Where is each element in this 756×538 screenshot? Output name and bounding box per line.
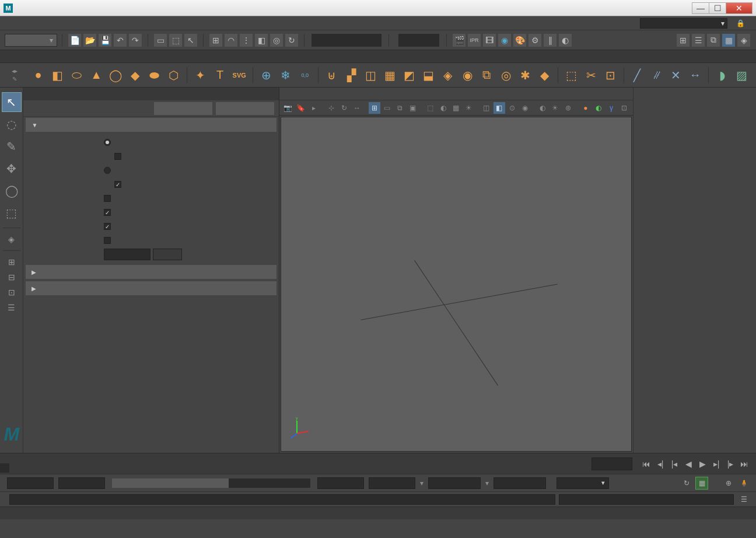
tool-help-button[interactable] [216, 102, 274, 115]
timeline[interactable]: ⏮ ◂| |◂ ◀ ▶ ▸| |▸ ⏭ [0, 453, 756, 474]
prefs-button[interactable]: 🧍 [737, 477, 750, 490]
highlight-near-check[interactable] [104, 223, 111, 230]
cylinder-icon[interactable]: ⬭ [69, 67, 85, 83]
script-editor-button[interactable]: ☰ [737, 493, 750, 506]
rotate-tool[interactable]: ◯ [2, 181, 22, 201]
set-key-button[interactable]: ⊕ [722, 477, 735, 490]
vp-grid-icon[interactable]: ⊞ [369, 102, 380, 114]
render-icon[interactable]: 🎬 [453, 34, 466, 47]
mode-select[interactable] [5, 34, 57, 47]
lock-icon[interactable]: 🔒 [731, 19, 750, 27]
layers-icon[interactable]: ◈ [737, 34, 750, 47]
active-surface-field[interactable] [312, 34, 382, 47]
slide-icon[interactable]: ↔ [687, 67, 703, 83]
layout-5-icon[interactable]: ☰ [2, 301, 22, 314]
play-forward-button[interactable]: ▶ [696, 457, 709, 470]
vp-track-icon[interactable]: ↔ [351, 102, 363, 114]
select-tool[interactable]: ↖ [2, 92, 22, 112]
boolean-icon[interactable]: ◫ [363, 67, 379, 83]
layout-1-icon[interactable]: ◈ [2, 233, 22, 246]
camera-based-2-check[interactable] [114, 181, 121, 188]
marquee-radio[interactable] [104, 139, 111, 146]
duplicate-icon[interactable]: ⧉ [479, 67, 495, 83]
type-icon[interactable]: T [212, 67, 228, 83]
camera-based-1-check[interactable] [114, 153, 121, 160]
offset-edge-icon[interactable]: ⫽ [649, 67, 664, 83]
snap-point-icon[interactable]: ⋮ [240, 34, 253, 47]
vp-tumble-icon[interactable]: ↻ [338, 102, 350, 114]
reset-tool-button[interactable] [154, 102, 212, 115]
panel-layout-icon[interactable]: ⊞ [677, 34, 690, 47]
close-button[interactable]: ✕ [726, 2, 752, 14]
outliner-icon[interactable]: ☰ [692, 34, 705, 47]
pause-icon[interactable]: ‖ [544, 34, 556, 47]
connect-icon[interactable]: ✕ [668, 67, 684, 83]
smooth-icon[interactable]: ◉ [459, 67, 475, 83]
range-end[interactable] [369, 477, 415, 489]
symmetry-select[interactable] [398, 34, 439, 47]
step-back-key-button[interactable]: ◂| [654, 457, 667, 470]
go-end-button[interactable]: ⏭ [738, 457, 751, 470]
snap-curve-icon[interactable]: ◠ [225, 34, 237, 47]
graph-icon[interactable]: ⧉ [707, 34, 720, 47]
select-mode-icon[interactable]: ▭ [154, 34, 167, 47]
range-out[interactable] [317, 477, 364, 489]
range-in[interactable] [58, 477, 105, 489]
layout-4-icon[interactable]: ⊡ [2, 286, 22, 299]
bridge-icon[interactable]: ⬓ [421, 67, 436, 83]
plane-icon[interactable]: ◆ [127, 67, 143, 83]
sym-section[interactable]: ▶ [26, 281, 276, 295]
ipr-icon[interactable]: IPR [468, 34, 481, 47]
mirror-icon[interactable]: ◈ [440, 67, 456, 83]
vp-xray-icon[interactable]: ◧ [494, 102, 505, 114]
vp-shaded-icon[interactable]: ◐ [438, 102, 449, 114]
vp-gamma-icon[interactable]: γ [606, 102, 617, 114]
freeze-icon[interactable]: ❄ [278, 67, 293, 83]
snap-plane-icon[interactable]: ◧ [255, 34, 268, 47]
minimize-button[interactable]: — [692, 2, 709, 14]
common-section[interactable]: ▼ [26, 118, 276, 132]
lasso-icon[interactable]: ⬚ [169, 34, 182, 47]
anim-layer-select[interactable] [494, 477, 546, 489]
constraint-select[interactable] [104, 249, 150, 260]
vp-joints-icon[interactable]: ⊙ [506, 102, 518, 114]
undo-icon[interactable]: ↶ [114, 34, 127, 47]
vp-color-icon[interactable]: ● [580, 102, 592, 114]
go-start-button[interactable]: ⏮ [640, 457, 653, 470]
render-view-icon[interactable]: ◉ [498, 34, 511, 47]
scale-tool[interactable]: ⬚ [2, 203, 22, 223]
constraint-value[interactable] [153, 249, 182, 260]
combine-icon[interactable]: ⊎ [324, 67, 340, 83]
circularize-icon[interactable]: ◎ [498, 67, 514, 83]
vp-view-transform-icon[interactable]: ⊡ [618, 102, 630, 114]
target-weld-icon[interactable]: ⊡ [603, 67, 618, 83]
range-slider[interactable] [112, 478, 310, 488]
maximize-button[interactable]: ☐ [709, 2, 726, 14]
snap-grid-icon[interactable]: ⊞ [209, 34, 222, 47]
new-icon[interactable]: 📄 [68, 34, 81, 47]
cone-icon[interactable]: ▲ [88, 67, 104, 83]
vp-bookmark-icon[interactable]: 🔖 [295, 102, 307, 114]
vp-isolate-icon[interactable]: ◫ [481, 102, 492, 114]
soft-section[interactable]: ▶ [26, 265, 276, 279]
snap-live-icon[interactable]: ◎ [270, 34, 283, 47]
vp-dof-icon[interactable]: ⊛ [562, 102, 574, 114]
drag-radio[interactable] [104, 167, 111, 174]
bevel-icon[interactable]: ◩ [401, 67, 417, 83]
hypershade-icon[interactable]: 🎨 [513, 34, 526, 47]
range-start[interactable] [7, 477, 54, 489]
toggle-icon[interactable]: ◐ [559, 34, 572, 47]
redo-icon[interactable]: ↷ [129, 34, 142, 47]
mel-input[interactable] [9, 494, 555, 505]
vp-ao-icon[interactable]: ◐ [537, 102, 548, 114]
current-frame-field[interactable] [592, 457, 632, 470]
vp-wireframe-icon[interactable]: ⬚ [425, 102, 436, 114]
svg-icon[interactable]: SVG [232, 67, 247, 83]
vp-gate-icon[interactable]: ▭ [382, 102, 393, 114]
sculpt-icon[interactable]: ◗ [714, 67, 730, 83]
insert-edge-icon[interactable]: ╱ [629, 67, 645, 83]
lasso-tool[interactable]: ◌ [2, 114, 22, 134]
character-set-select[interactable] [428, 477, 481, 489]
vp-motion-icon[interactable]: ☀ [550, 102, 561, 114]
vp-textured-icon[interactable]: ▦ [450, 102, 462, 114]
